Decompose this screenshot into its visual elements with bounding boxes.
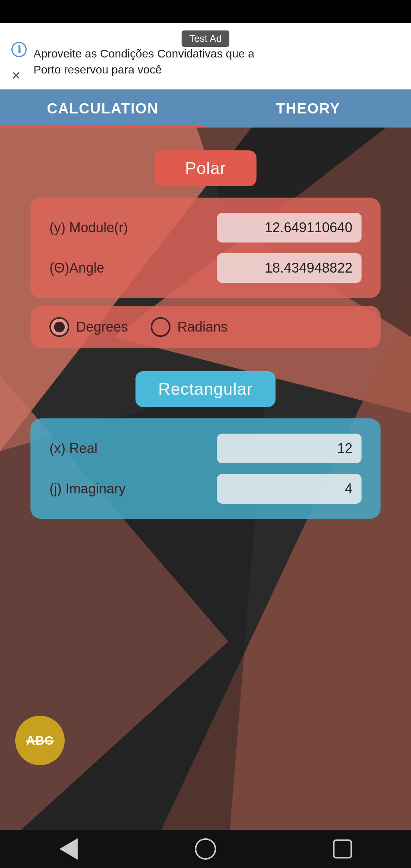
module-input[interactable] bbox=[217, 213, 362, 243]
module-label: (y) Module(r) bbox=[49, 220, 217, 236]
ad-text-line2: Porto reservou para você bbox=[33, 62, 400, 78]
rectangular-button[interactable]: Rectangular bbox=[135, 371, 276, 407]
imaginary-field-row: (j) Imaginary bbox=[49, 474, 362, 504]
real-field-row: (x) Real bbox=[49, 434, 362, 463]
degrees-radio-outer bbox=[49, 317, 69, 337]
main-content: Polar (y) Module(r) (Θ)Angle Degrees bbox=[0, 128, 411, 830]
ad-info-icon: ℹ bbox=[11, 42, 27, 57]
fab-button[interactable]: ABC bbox=[15, 716, 65, 765]
nav-back-button[interactable] bbox=[57, 838, 80, 860]
module-field-row: (y) Module(r) bbox=[49, 213, 362, 243]
nav-home-button[interactable] bbox=[194, 838, 217, 860]
radio-card: Degrees Radians bbox=[30, 306, 381, 348]
angle-field-row: (Θ)Angle bbox=[49, 253, 362, 283]
tab-bar: CALCULATION THEORY bbox=[0, 89, 411, 128]
recents-icon bbox=[333, 839, 352, 858]
ad-close-button[interactable]: ✕ bbox=[11, 69, 21, 82]
home-icon bbox=[195, 838, 216, 860]
polar-card: (y) Module(r) (Θ)Angle bbox=[30, 198, 381, 298]
content-overlay: Polar (y) Module(r) (Θ)Angle Degrees bbox=[0, 128, 411, 830]
tab-theory[interactable]: THEORY bbox=[206, 89, 411, 128]
nav-recents-button[interactable] bbox=[331, 838, 354, 860]
ad-text-block: Aproveite as Condições Convidativas que … bbox=[33, 46, 400, 78]
polar-button[interactable]: Polar bbox=[155, 150, 256, 186]
ad-text-line1: Aproveite as Condições Convidativas que … bbox=[33, 46, 400, 62]
status-bar bbox=[0, 0, 411, 23]
rectangular-card: (x) Real (j) Imaginary bbox=[30, 418, 381, 519]
radians-option[interactable]: Radians bbox=[151, 317, 228, 337]
real-input[interactable] bbox=[217, 434, 362, 463]
degrees-option[interactable]: Degrees bbox=[49, 317, 128, 337]
degrees-label: Degrees bbox=[76, 319, 128, 335]
back-icon bbox=[59, 838, 78, 860]
ad-badge[interactable]: Test Ad bbox=[182, 30, 229, 47]
degrees-radio-inner bbox=[54, 322, 65, 332]
angle-input[interactable] bbox=[217, 253, 362, 283]
ad-banner: Test Ad ℹ Aproveite as Condições Convida… bbox=[0, 23, 411, 89]
nav-bar bbox=[0, 830, 411, 868]
radians-radio-outer bbox=[151, 317, 170, 337]
real-label: (x) Real bbox=[49, 440, 217, 456]
fab-label: ABC bbox=[26, 734, 54, 748]
imaginary-label: (j) Imaginary bbox=[49, 481, 217, 497]
angle-label: (Θ)Angle bbox=[49, 260, 217, 276]
tab-calculation[interactable]: CALCULATION bbox=[0, 89, 206, 128]
radians-label: Radians bbox=[177, 319, 228, 335]
imaginary-input[interactable] bbox=[217, 474, 362, 504]
